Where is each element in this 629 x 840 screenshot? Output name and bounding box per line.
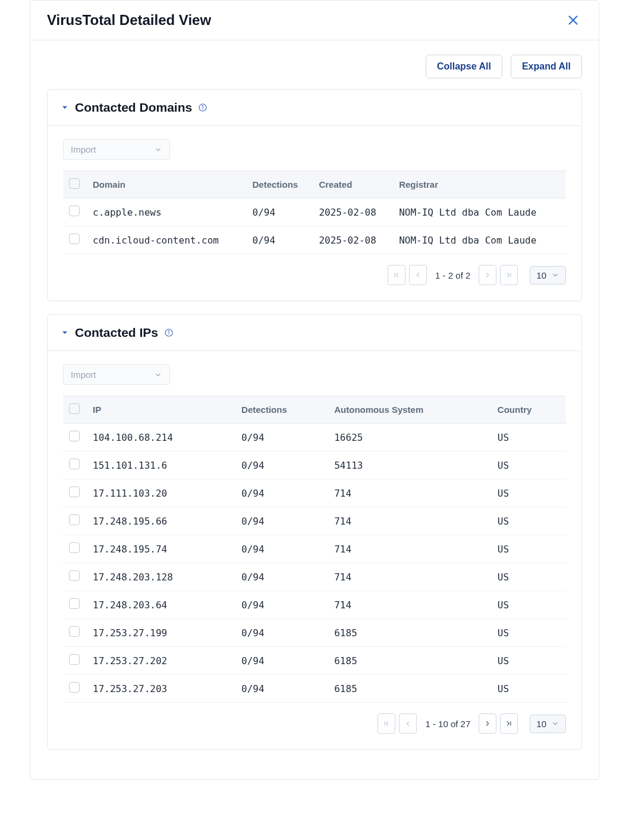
page-size-select[interactable]: 10	[530, 715, 566, 733]
cell-country: US	[492, 507, 566, 535]
cell-asn: 54113	[328, 451, 492, 479]
cell-country: US	[492, 647, 566, 675]
cell-detections: 0/94	[235, 424, 328, 451]
col-domain[interactable]: Domain	[87, 171, 247, 198]
page-range: 1 - 10 of 27	[425, 719, 470, 729]
close-button[interactable]	[564, 11, 582, 29]
row-checkbox[interactable]	[69, 206, 80, 216]
collapse-all-button[interactable]: Collapse All	[426, 55, 502, 78]
first-page-button[interactable]	[378, 713, 395, 734]
cell-ip: 17.248.195.66	[87, 507, 235, 535]
first-page-button[interactable]	[388, 265, 405, 285]
domains-table: Domain Detections Created Registrar c.ap…	[63, 170, 566, 254]
cell-registrar: NOM-IQ Ltd dba Com Laude	[393, 198, 566, 226]
col-asn[interactable]: Autonomous System	[328, 396, 492, 424]
import-dropdown[interactable]: Import	[63, 364, 170, 385]
cell-detections: 0/94	[235, 479, 328, 507]
cell-country: US	[492, 619, 566, 647]
table-row: 17.248.195.660/94714US	[63, 507, 566, 535]
import-placeholder: Import	[71, 370, 96, 380]
cell-country: US	[492, 675, 566, 703]
cell-detections: 0/94	[235, 675, 328, 703]
col-detections[interactable]: Detections	[247, 171, 313, 198]
cell-ip: 17.248.203.64	[87, 591, 235, 619]
cell-ip: 17.253.27.203	[87, 675, 235, 703]
expand-all-button[interactable]: Expand All	[511, 55, 582, 78]
row-checkbox[interactable]	[69, 626, 80, 637]
table-row: 17.248.203.640/94714US	[63, 591, 566, 619]
cell-detections: 0/94	[235, 647, 328, 675]
row-checkbox[interactable]	[69, 654, 80, 665]
cell-asn: 714	[328, 479, 492, 507]
cell-detections: 0/94	[235, 451, 328, 479]
cell-country: US	[492, 563, 566, 591]
row-checkbox[interactable]	[69, 514, 80, 525]
col-ip[interactable]: IP	[87, 396, 235, 424]
table-row: 17.253.27.2020/946185US	[63, 647, 566, 675]
domains-pager: 1 - 2 of 2 10	[63, 254, 566, 285]
cell-ip: 17.111.103.20	[87, 479, 235, 507]
info-icon[interactable]	[164, 328, 174, 337]
cell-created: 2025-02-08	[313, 226, 393, 254]
page-range: 1 - 2 of 2	[435, 270, 470, 280]
chevron-down-icon	[61, 103, 69, 112]
cell-asn: 714	[328, 535, 492, 563]
cell-created: 2025-02-08	[313, 198, 393, 226]
table-row: 104.100.68.2140/9416625US	[63, 424, 566, 451]
row-checkbox[interactable]	[69, 459, 80, 469]
row-checkbox[interactable]	[69, 598, 80, 609]
prev-page-button[interactable]	[409, 265, 427, 285]
page-size-select[interactable]: 10	[530, 266, 566, 285]
cell-detections: 0/94	[247, 198, 313, 226]
col-registrar[interactable]: Registrar	[393, 171, 566, 198]
row-checkbox[interactable]	[69, 542, 80, 553]
row-checkbox[interactable]	[69, 570, 80, 581]
row-checkbox[interactable]	[69, 431, 80, 441]
prev-page-button[interactable]	[399, 713, 417, 734]
cell-ip: 17.248.195.74	[87, 535, 235, 563]
cell-ip: 151.101.131.6	[87, 451, 235, 479]
select-all-checkbox[interactable]	[69, 403, 80, 414]
next-page-button[interactable]	[479, 713, 496, 734]
select-all-checkbox[interactable]	[69, 178, 80, 189]
col-detections[interactable]: Detections	[235, 396, 328, 424]
contacted-ips-title: Contacted IPs	[75, 326, 158, 340]
row-checkbox[interactable]	[69, 487, 80, 497]
ips-table: IP Detections Autonomous System Country …	[63, 396, 566, 703]
import-placeholder: Import	[71, 144, 96, 154]
cell-asn: 714	[328, 507, 492, 535]
cell-detections: 0/94	[235, 507, 328, 535]
col-country[interactable]: Country	[492, 396, 566, 424]
last-page-button[interactable]	[500, 713, 518, 734]
cell-domain: cdn.icloud-content.com	[87, 226, 247, 254]
toolbar: Collapse All Expand All	[30, 40, 599, 78]
modal-title: VirusTotal Detailed View	[47, 12, 211, 29]
ips-pager: 1 - 10 of 27 10	[63, 703, 566, 734]
info-icon[interactable]	[198, 103, 207, 112]
import-dropdown[interactable]: Import	[63, 139, 170, 160]
virustotal-modal: VirusTotal Detailed View Collapse All Ex…	[30, 0, 599, 780]
table-row: cdn.icloud-content.com0/942025-02-08NOM-…	[63, 226, 566, 254]
table-row: 17.253.27.2030/946185US	[63, 675, 566, 703]
cell-country: US	[492, 535, 566, 563]
chevron-down-icon	[551, 719, 559, 728]
page-size-value: 10	[536, 719, 546, 729]
cell-asn: 714	[328, 563, 492, 591]
cell-country: US	[492, 424, 566, 451]
table-row: 17.111.103.200/94714US	[63, 479, 566, 507]
cell-asn: 6185	[328, 675, 492, 703]
cell-registrar: NOM-IQ Ltd dba Com Laude	[393, 226, 566, 254]
row-checkbox[interactable]	[69, 233, 80, 244]
contacted-domains-header[interactable]: Contacted Domains	[48, 90, 581, 126]
next-page-button[interactable]	[479, 265, 496, 285]
row-checkbox[interactable]	[69, 682, 80, 693]
cell-country: US	[492, 479, 566, 507]
contacted-ips-header[interactable]: Contacted IPs	[48, 315, 581, 351]
last-page-button[interactable]	[500, 265, 518, 285]
cell-detections: 0/94	[235, 535, 328, 563]
svg-point-4	[203, 106, 203, 106]
contacted-ips-panel: Contacted IPs Import IP	[47, 314, 582, 750]
cell-detections: 0/94	[247, 226, 313, 254]
cell-asn: 6185	[328, 619, 492, 647]
col-created[interactable]: Created	[313, 171, 393, 198]
